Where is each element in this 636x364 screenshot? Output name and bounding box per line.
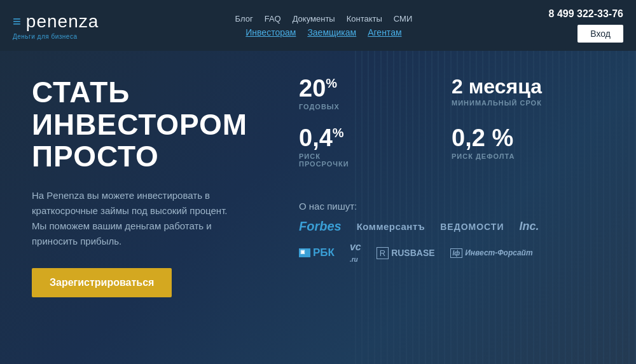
stat-overdue: 0,4% РИСКПРОСРОЧКИ (299, 126, 452, 183)
register-button[interactable]: Зарегистрироваться (32, 268, 172, 297)
stat-annual-label: ГОДОВЫХ (299, 103, 439, 111)
rusbase-text: RUSBASE (391, 248, 434, 258)
hero-description: На Penenza вы можете инвестировать в кра… (32, 188, 235, 249)
nav-investors[interactable]: Инвесторам (245, 27, 296, 37)
stat-default: 0,2 % РИСК ДЕФОЛТА (452, 126, 604, 183)
press-row-2: ▣ РБК vc.ru R RUSBASE Iф Инвест-Форсайт (299, 241, 604, 264)
rusbase-bracket: R (377, 247, 389, 259)
header: ≡ penenza Деньги для бизнеса Блог FAQ До… (0, 0, 636, 51)
stat-annual-value: 20% (299, 76, 439, 100)
nav-top: Блог FAQ Документы Контакты СМИ (235, 14, 413, 24)
logo-text: penenza (26, 11, 99, 32)
kommersant-logo: Коммерсантъ (357, 221, 425, 232)
logo-icon: ≡ (13, 13, 21, 30)
nav-bottom: Инвесторам Заемщикам Агентам (245, 27, 401, 37)
nav-borrowers[interactable]: Заемщикам (307, 27, 356, 37)
invest-logo: Iф Инвест-Форсайт (450, 248, 533, 258)
stat-annual: 20% ГОДОВЫХ (299, 76, 452, 126)
hero-title: СТАТЬИНВЕСТОРОМПРОСТО (32, 76, 273, 173)
rusbase-logo: R RUSBASE (377, 247, 435, 259)
nav-area: Блог FAQ Документы Контакты СМИ Инвестор… (235, 14, 413, 37)
nav-agents[interactable]: Агентам (368, 27, 401, 37)
stat-term-label: МИНИМАЛЬНЫЙ СРОК (452, 99, 591, 107)
stat-overdue-label: РИСКПРОСРОЧКИ (299, 152, 439, 168)
press-label: О нас пишут: (299, 201, 604, 212)
login-button[interactable]: Вход (577, 25, 623, 43)
stat-default-value: 0,2 % (452, 126, 591, 150)
stat-default-label: РИСК ДЕФОЛТА (452, 152, 591, 160)
stats-grid: 20% ГОДОВЫХ 2 месяца МИНИМАЛЬНЫЙ СРОК 0,… (299, 76, 604, 183)
nav-faq[interactable]: FAQ (265, 14, 281, 24)
nav-media[interactable]: СМИ (394, 14, 412, 24)
logo-area: ≡ penenza Деньги для бизнеса (13, 11, 99, 40)
inc-logo: Inc. (519, 220, 539, 233)
header-right: 8 499 322-33-76 Вход (549, 8, 623, 43)
rbk-text: РБК (313, 246, 335, 259)
stat-term: 2 месяца МИНИМАЛЬНЫЙ СРОК (452, 76, 604, 126)
vc-logo: vc.ru (350, 241, 361, 264)
hero-section: СТАТЬИНВЕСТОРОМПРОСТО На Penenza вы може… (0, 51, 636, 364)
logo-subtitle: Деньги для бизнеса (13, 33, 78, 40)
stat-term-value: 2 месяца (452, 76, 591, 97)
nav-contacts[interactable]: Контакты (347, 14, 382, 24)
hero-left: СТАТЬИНВЕСТОРОМПРОСТО На Penenza вы може… (32, 76, 273, 339)
nav-documents[interactable]: Документы (293, 14, 335, 24)
nav-blog[interactable]: Блог (235, 14, 253, 24)
press-logos: Forbes Коммерсантъ ВЕДОМОСТИ Inc. ▣ РБК … (299, 219, 604, 264)
press-row-1: Forbes Коммерсантъ ВЕДОМОСТИ Inc. (299, 219, 604, 234)
rbk-logo: ▣ РБК (299, 246, 335, 259)
logo-main: ≡ penenza (13, 11, 99, 32)
stat-overdue-value: 0,4% (299, 126, 439, 150)
hero-right: 20% ГОДОВЫХ 2 месяца МИНИМАЛЬНЫЙ СРОК 0,… (273, 76, 604, 339)
forbes-logo: Forbes (299, 219, 342, 234)
phone-number: 8 499 322-33-76 (549, 8, 623, 20)
press-section: О нас пишут: Forbes Коммерсантъ ВЕДОМОСТ… (299, 201, 604, 264)
vedomosti-logo: ВЕДОМОСТИ (440, 222, 504, 232)
